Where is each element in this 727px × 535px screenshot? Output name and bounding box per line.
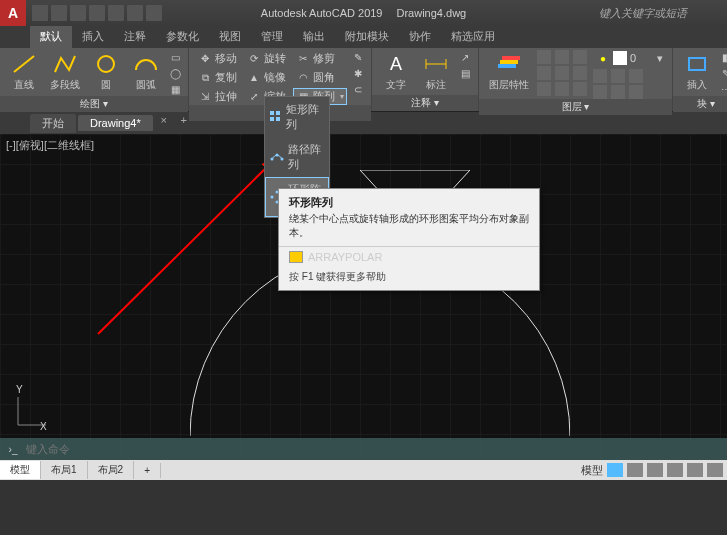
status-osnap-icon[interactable]	[687, 463, 703, 477]
stretch-button[interactable]: ⇲拉伸	[195, 88, 240, 105]
block-create-icon[interactable]: ◧	[719, 50, 727, 64]
tab-featured[interactable]: 精选应用	[441, 26, 505, 48]
explode-icon[interactable]: ✱	[351, 66, 365, 80]
svg-rect-5	[498, 64, 516, 68]
layer-tool-icon[interactable]	[593, 69, 607, 83]
tab-manage[interactable]: 管理	[251, 26, 293, 48]
layer-tool-icon[interactable]	[611, 69, 625, 83]
panel-annot-title[interactable]: 注释 ▾	[372, 95, 478, 111]
layer-prop-button[interactable]: 图层特性	[485, 50, 533, 94]
layout-tab-2[interactable]: 布局2	[88, 461, 135, 479]
ellipse-icon[interactable]: ◯	[168, 66, 182, 80]
tab-collab[interactable]: 协作	[399, 26, 441, 48]
offset-icon[interactable]: ⊂	[351, 82, 365, 96]
svg-line-12	[98, 160, 274, 334]
command-line[interactable]: ›_	[0, 438, 727, 460]
file-name: Drawing4.dwg	[397, 7, 467, 19]
trim-button[interactable]: ✂修剪	[293, 50, 347, 67]
search-hint[interactable]: 键入关键字或短语	[599, 6, 687, 21]
layer-tool-icon[interactable]	[537, 82, 551, 96]
layer-tool-icon[interactable]	[555, 66, 569, 80]
layer-tool-icon[interactable]	[555, 82, 569, 96]
tab-parametric[interactable]: 参数化	[156, 26, 209, 48]
tooltip-command: ARRAYPOLAR	[279, 246, 539, 267]
cmd-chevron-icon[interactable]: ›_	[6, 442, 20, 456]
status-polar-icon[interactable]	[667, 463, 683, 477]
text-button[interactable]: A文字	[378, 50, 414, 94]
layout-tab-add-icon[interactable]: +	[134, 463, 161, 478]
status-snap-icon[interactable]	[627, 463, 643, 477]
qat-undo-icon[interactable]	[127, 5, 143, 21]
tab-view[interactable]: 视图	[209, 26, 251, 48]
panel-block-title[interactable]: 块 ▾	[673, 96, 727, 112]
doc-tab-start[interactable]: 开始	[30, 114, 76, 133]
polyline-button[interactable]: 多段线	[46, 50, 84, 94]
copy-button[interactable]: ⧉复制	[195, 69, 240, 86]
layer-tool-icon[interactable]	[629, 69, 643, 83]
line-button[interactable]: 直线	[6, 50, 42, 94]
layer-tools2	[593, 69, 666, 99]
status-model-label[interactable]: 模型	[581, 463, 603, 478]
panel-draw: 直线 多段线 圆 圆弧 ▭ ◯ ▦ 绘图 ▾	[0, 48, 189, 111]
panel-layer-title[interactable]: 图层 ▾	[479, 99, 672, 115]
qat-new-icon[interactable]	[32, 5, 48, 21]
layer-tool-icon[interactable]	[555, 50, 569, 64]
ucs-icon: Y X	[12, 384, 48, 432]
rect-icon[interactable]: ▭	[168, 50, 182, 64]
panel-block: 插入 ◧ ✎ ⋯ 块 ▾	[673, 48, 727, 111]
tab-annotate[interactable]: 注释	[114, 26, 156, 48]
layer-tool-icon[interactable]	[573, 50, 587, 64]
block-edit-icon[interactable]: ✎	[719, 66, 727, 80]
layer-tool-icon[interactable]	[573, 82, 587, 96]
mirror-button[interactable]: ▲镜像	[244, 69, 289, 86]
array-path-item[interactable]: 路径阵列	[265, 137, 329, 177]
tab-addins[interactable]: 附加模块	[335, 26, 399, 48]
svg-point-25	[271, 196, 274, 199]
erase-icon[interactable]: ✎	[351, 50, 365, 64]
status-more-icon[interactable]	[707, 463, 723, 477]
layer-tool-icon[interactable]	[593, 85, 607, 99]
qat-plot-icon[interactable]	[108, 5, 124, 21]
layer-tool-icon[interactable]	[537, 50, 551, 64]
doc-tab-current[interactable]: Drawing4*	[78, 115, 153, 131]
rotate-button[interactable]: ⟳旋转	[244, 50, 289, 67]
panel-draw-title[interactable]: 绘图 ▾	[0, 96, 188, 112]
qat-open-icon[interactable]	[51, 5, 67, 21]
status-grid-icon[interactable]	[607, 463, 623, 477]
tab-output[interactable]: 输出	[293, 26, 335, 48]
layer-combo[interactable]: ●0▾	[593, 50, 666, 66]
layer-tool-icon[interactable]	[611, 85, 625, 99]
status-ortho-icon[interactable]	[647, 463, 663, 477]
fillet-button[interactable]: ◠圆角	[293, 69, 347, 86]
arc-button[interactable]: 圆弧	[128, 50, 164, 94]
drawing-canvas[interactable]: [-][俯视][二维线框] Y X ›_ 模型 布局1 布局2 + 模型	[0, 134, 727, 480]
layer-tool-icon[interactable]	[573, 66, 587, 80]
copy-icon: ⧉	[198, 71, 212, 85]
layout-tab-1[interactable]: 布局1	[41, 461, 88, 479]
dim-button[interactable]: 标注	[418, 50, 454, 94]
layout-tab-model[interactable]: 模型	[0, 461, 41, 479]
hatch-icon[interactable]: ▦	[168, 82, 182, 96]
layer-tool-icon[interactable]	[537, 66, 551, 80]
command-input[interactable]	[26, 443, 721, 455]
app-logo[interactable]: A	[0, 0, 26, 26]
qat-save-icon[interactable]	[70, 5, 86, 21]
qat-redo-icon[interactable]	[146, 5, 162, 21]
layer-tool-icon[interactable]	[629, 85, 643, 99]
array-rect-item[interactable]: 矩形阵列	[265, 97, 329, 137]
doc-tab-close-icon[interactable]: ×	[155, 114, 173, 132]
panel-layer: 图层特性 ●0▾ 图层 ▾	[479, 48, 673, 111]
table-icon[interactable]: ▤	[458, 66, 472, 80]
command-icon	[289, 251, 303, 263]
tab-default[interactable]: 默认	[30, 26, 72, 48]
block-attr-icon[interactable]: ⋯	[719, 82, 727, 96]
view-label[interactable]: [-][俯视][二维线框]	[6, 138, 94, 153]
svg-rect-18	[276, 117, 280, 121]
tab-insert[interactable]: 插入	[72, 26, 114, 48]
qat-saveas-icon[interactable]	[89, 5, 105, 21]
leader-icon[interactable]: ↗	[458, 50, 472, 64]
layer-color-swatch	[613, 51, 627, 65]
move-button[interactable]: ✥移动	[195, 50, 240, 67]
insert-block-button[interactable]: 插入	[679, 50, 715, 94]
circle-button[interactable]: 圆	[88, 50, 124, 94]
